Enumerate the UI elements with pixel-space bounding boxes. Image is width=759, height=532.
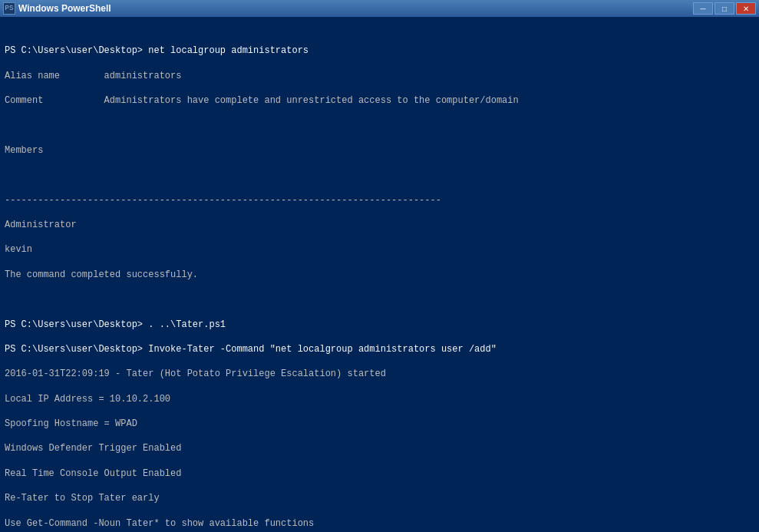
console-line [5,120,754,132]
console-line: Use Get-Command -Noun Tater* to show ava… [5,517,754,530]
icon-label: PS [5,5,14,12]
console-line: Administrator [5,219,754,231]
console-line: Members [5,144,754,157]
console-line: kevin [5,243,754,256]
console-line: PS C:\Users\user\Desktop> . ..\Tater.ps1 [5,319,754,331]
console-line: ----------------------------------------… [5,194,754,207]
console-line: The command completed successfully. [5,269,754,281]
maximize-button[interactable]: □ [714,2,734,15]
console-line: Real Time Console Output Enabled [5,468,754,480]
title-bar-left: PS Windows PowerShell [3,2,111,15]
powershell-icon: PS [3,2,15,15]
console-line: PS C:\Users\user\Desktop> net localgroup… [5,45,754,57]
console-line: 2016-01-31T22:09:19 - Tater (Hot Potato … [5,368,754,380]
minimize-button[interactable]: ─ [693,2,713,15]
console-line: Local IP Address = 10.10.2.100 [5,393,754,405]
console-line: Spoofing Hostname = WPAD [5,418,754,430]
console-line: PS C:\Users\user\Desktop> Invoke-Tater -… [5,343,754,355]
window-title: Windows PowerShell [18,3,111,14]
close-button[interactable]: ✕ [736,2,756,15]
console-line: Windows Defender Trigger Enabled [5,442,754,454]
console-line: Alias name administrators [5,70,754,82]
console-line: Comment Administrators have complete and… [5,94,754,107]
console-line [5,293,754,306]
title-bar: PS Windows PowerShell ─ □ ✕ [0,0,759,17]
console-output[interactable]: PS C:\Users\user\Desktop> net localgroup… [0,17,759,532]
window-controls: ─ □ ✕ [693,2,756,15]
console-line [5,169,754,181]
powershell-window: PS Windows PowerShell ─ □ ✕ PS C:\Users\… [0,0,759,532]
console-line: Re-Tater to Stop Tater early [5,492,754,504]
